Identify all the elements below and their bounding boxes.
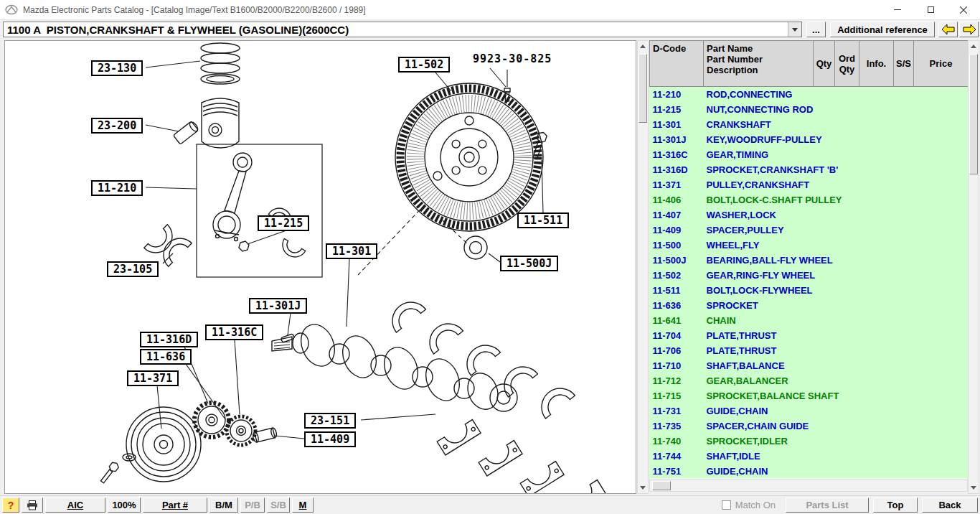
table-row[interactable]: 11-715SPROCKET,BALANCE SHAFT	[650, 388, 969, 403]
diagram-callout[interactable]: 11-502	[398, 57, 450, 73]
cell-info	[859, 298, 894, 313]
table-row[interactable]: 11-740SPROCKET,IDLER	[650, 434, 969, 449]
match-on-checkbox[interactable]	[722, 500, 731, 510]
next-page-button[interactable]	[959, 22, 979, 37]
table-row[interactable]: 11-735SPACER,CHAIN GUIDE	[650, 419, 969, 434]
cell-dcode: 11-751	[650, 464, 704, 478]
cell-price	[914, 434, 969, 449]
scroll-down-icon[interactable]	[969, 482, 979, 493]
diagram-part-number-label[interactable]: 9923-30-825	[473, 52, 552, 65]
scroll-down-icon[interactable]	[638, 482, 648, 493]
close-button[interactable]	[947, 0, 980, 19]
table-row[interactable]: 11-409SPACER,PULLEY	[650, 223, 969, 238]
diagram-callout[interactable]: 23-105	[107, 261, 159, 277]
catalog-diagram[interactable]: 23-13023-20011-21023-10511-21511-30111-3…	[4, 40, 636, 494]
cell-ss	[894, 388, 914, 403]
table-row[interactable]: 11-706PLATE,THRUST	[650, 343, 969, 358]
scroll-up-icon[interactable]	[638, 41, 648, 52]
cell-ord-qty	[835, 298, 859, 313]
header-qty: Qty	[814, 41, 835, 87]
table-row[interactable]: 11-316DSPROCKET,CRANKSHAFT 'B'	[650, 162, 969, 177]
diagram-vertical-scrollbar[interactable]	[637, 40, 649, 494]
table-row[interactable]: 11-502GEAR,RING-FLY WHEEL	[650, 268, 969, 283]
diagram-scrollbar-thumb[interactable]	[639, 54, 647, 123]
top-button[interactable]: Top	[873, 497, 918, 513]
table-row[interactable]: 11-710SHAFT,BALANCE	[650, 358, 969, 373]
previous-page-button[interactable]	[938, 22, 958, 37]
table-row[interactable]: 11-371PULLEY,CRANKSHAFT	[650, 177, 969, 192]
diagram-callout[interactable]: 23-200	[91, 118, 143, 134]
diagram-callout[interactable]: 11-371	[127, 370, 179, 386]
more-button[interactable]: ...	[806, 22, 826, 37]
help-button[interactable]: ?	[2, 497, 19, 513]
diagram-callout[interactable]: 11-316D	[140, 332, 198, 347]
table-row[interactable]: 11-301CRANKSHAFT	[650, 117, 969, 132]
cell-info	[859, 253, 894, 268]
cell-part-name: PULLEY,CRANKSHAFT	[704, 177, 814, 192]
m-button[interactable]: M	[292, 497, 314, 513]
cell-price	[914, 419, 969, 434]
table-row[interactable]: 11-500WHEEL,FLY	[650, 238, 969, 253]
table-row[interactable]: 11-500JBEARING,BALL-FLY WHEEL	[650, 253, 969, 268]
table-row[interactable]: 11-215NUT,CONNECTING ROD	[650, 102, 969, 117]
table-scrollbar-thumb[interactable]	[969, 54, 978, 174]
table-hscrollbar-thumb[interactable]	[652, 481, 671, 490]
table-row[interactable]: 11-316CGEAR,TIMING	[650, 147, 969, 162]
table-row[interactable]: 11-210ROD,CONNECTING	[650, 87, 969, 103]
aic-button[interactable]: AIC	[45, 497, 105, 513]
additional-reference-button[interactable]: Additional reference	[830, 22, 935, 37]
maximize-button[interactable]	[914, 0, 947, 19]
table-row[interactable]: 11-301JKEY,WOODRUFF-PULLEY	[650, 132, 969, 147]
cell-qty	[814, 102, 835, 117]
cell-price	[914, 313, 969, 328]
bm-button[interactable]: B/M	[209, 497, 238, 513]
cell-ss	[894, 343, 914, 358]
cell-ss	[894, 223, 914, 238]
diagram-callout[interactable]: 23-151	[304, 413, 356, 429]
cell-info	[859, 207, 894, 223]
cell-part-name: GEAR,RING-FLY WHEEL	[704, 268, 814, 283]
cell-ss	[894, 238, 914, 253]
diagram-callout[interactable]: 11-301J	[249, 298, 307, 314]
diagram-callout[interactable]: 11-500J	[500, 256, 558, 271]
cell-ord-qty	[835, 358, 859, 373]
table-row[interactable]: 11-406BOLT,LOCK-C.SHAFT PULLEY	[650, 192, 969, 207]
match-on-control: Match On	[722, 500, 776, 510]
diagram-callout[interactable]: 11-636	[140, 349, 192, 365]
table-row[interactable]: 11-407WASHER,LOCK	[650, 207, 969, 223]
statusbar-right-group: Match On Parts List Top Back	[722, 497, 978, 513]
scroll-up-icon[interactable]	[969, 41, 979, 52]
cell-price	[914, 343, 969, 358]
part-number-button[interactable]: Part #	[143, 497, 207, 513]
section-select[interactable]: 1100 A PISTON,CRANKSHAFT & FLYWHEEL (GAS…	[3, 22, 802, 37]
diagram-callout[interactable]: 11-409	[304, 431, 356, 447]
close-icon	[960, 6, 967, 14]
diagram-callout[interactable]: 11-210	[91, 180, 143, 196]
cell-qty	[814, 298, 835, 313]
header-ss: S/S	[894, 41, 914, 87]
diagram-callout[interactable]: 23-130	[91, 60, 143, 76]
cell-part-name: PLATE,THRUST	[704, 343, 814, 358]
cell-qty	[814, 449, 835, 464]
print-button[interactable]	[22, 497, 43, 513]
table-row[interactable]: 11-511BOLT,LOCK-FLYWHEEL	[650, 283, 969, 298]
section-select-dropdown-button[interactable]	[788, 22, 801, 37]
table-row[interactable]: 11-744SHAFT,IDLE	[650, 449, 969, 464]
diagram-callout[interactable]: 11-301	[326, 243, 377, 259]
minimize-button[interactable]	[881, 0, 914, 19]
table-horizontal-scrollbar[interactable]	[649, 480, 968, 492]
table-row[interactable]: 11-712GEAR,BALANCER	[650, 373, 969, 388]
zoom-button[interactable]: 100%	[108, 497, 141, 513]
table-row[interactable]: 11-641CHAIN	[650, 313, 969, 328]
table-row[interactable]: 11-751GUIDE,CHAIN	[650, 464, 969, 478]
table-row[interactable]: 11-704PLATE,THRUST	[650, 328, 969, 343]
diagram-callout[interactable]: 11-511	[517, 212, 569, 228]
table-vertical-scrollbar[interactable]	[968, 40, 979, 494]
table-row[interactable]: 11-636SPROCKET	[650, 298, 969, 313]
diagram-callout[interactable]: 11-215	[258, 215, 309, 231]
cell-info	[859, 403, 894, 419]
table-row[interactable]: 11-731GUIDE,CHAIN	[650, 403, 969, 419]
diagram-callout[interactable]: 11-316C	[205, 324, 263, 340]
back-button[interactable]: Back	[922, 497, 978, 513]
cell-info	[859, 388, 894, 403]
